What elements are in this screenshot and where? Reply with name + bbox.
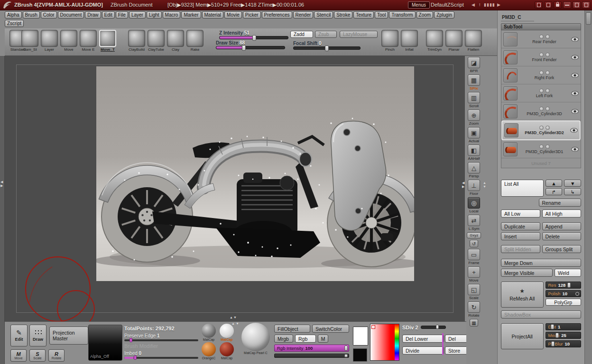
polypaint-circle-icon[interactable] <box>539 71 544 75</box>
brush-gam-st[interactable]: Gam_St <box>20 30 39 52</box>
polypaint-circle-icon[interactable] <box>546 35 550 39</box>
zadd-button[interactable]: Zadd <box>290 31 313 38</box>
rs-scroll[interactable]: ▥Scroll <box>468 92 480 108</box>
scrollbar-thumb[interactable] <box>586 12 591 25</box>
brush-claytube[interactable]: ClayTube <box>147 30 166 52</box>
store-clipped-button[interactable]: Store <box>445 346 466 355</box>
zscript-prev-icon[interactable]: ◀ <box>472 2 475 7</box>
brush-rake[interactable]: Rake <box>185 30 204 52</box>
polypaint-circle-icon[interactable] <box>539 35 544 39</box>
menu-brush[interactable]: Brush <box>23 11 40 18</box>
preserve-edge-slider[interactable]: Preserve Edge 1 <box>124 333 198 341</box>
rs-spix[interactable]: ▦SPix <box>468 74 480 91</box>
brush-trimdyn[interactable]: TrimDyn <box>425 30 444 52</box>
rs-floor[interactable]: ⊥Floor <box>468 180 480 196</box>
brush-flatten[interactable]: Flatten <box>464 30 483 52</box>
subtool-item-pm3d-cylinder3d[interactable]: PM3D_Cylinder3D <box>501 102 581 120</box>
menu-render[interactable]: Render <box>293 11 314 18</box>
right-shelf-divider-handle[interactable]: ◀▶ <box>462 181 464 188</box>
delete-button[interactable]: Delete <box>542 232 582 240</box>
rs-frame[interactable]: ▭Frame <box>468 249 480 265</box>
menu-draw[interactable]: Draw <box>85 11 101 18</box>
subtool-shift-down-button[interactable]: ↳ <box>564 188 581 195</box>
fill-object-button[interactable]: FillObject <box>274 325 310 333</box>
polish-slider[interactable]: Polish10 <box>546 290 582 297</box>
eye-icon[interactable] <box>571 91 579 96</box>
matcap-swatch-0[interactable]: MatCap <box>200 324 217 341</box>
menu-stroke[interactable]: Stroke <box>334 11 352 18</box>
rs-scale[interactable]: ◱Scale <box>468 284 480 300</box>
projection-master-button[interactable]: Projection Master <box>49 327 88 345</box>
weld-button[interactable]: Weld <box>555 269 581 277</box>
menu-zoom[interactable]: Zoom <box>416 11 434 18</box>
canvas-divider-handle[interactable]: ▲▼ <box>231 322 239 325</box>
subtool-up-button[interactable]: ▲ <box>546 180 563 187</box>
menu-picker[interactable]: Picker <box>243 11 261 18</box>
polypaint-circle-icon[interactable] <box>539 89 544 93</box>
menu-marker[interactable]: Marker <box>181 11 201 18</box>
mean-slider[interactable]: Mean25 <box>546 332 582 339</box>
eye-icon[interactable] <box>571 37 579 42</box>
subtool-down-button[interactable]: ▼ <box>564 180 581 187</box>
alpha-thumbnail[interactable]: Alpha_Off <box>88 325 122 361</box>
zscript-slider-icon[interactable]: ▮▮▮▮ <box>484 2 495 7</box>
del-clipped-button[interactable]: Del <box>445 335 466 343</box>
matcap-swatch-2[interactable]: OrangeC <box>200 342 217 360</box>
eye-icon[interactable] <box>571 109 579 114</box>
polypaint-circle-icon[interactable] <box>546 107 550 111</box>
minimize-icon[interactable] <box>563 1 571 9</box>
brush-move-e[interactable]: Move E <box>79 30 98 52</box>
polypaint-circle-icon[interactable] <box>546 89 550 93</box>
polypaint-circle-icon[interactable] <box>539 53 544 57</box>
menu-material[interactable]: Material <box>202 11 224 18</box>
polish-toggle-icon[interactable] <box>575 292 579 296</box>
zscript-next-icon[interactable]: ▶ <box>497 2 501 7</box>
brush-move-t[interactable]: Move_T <box>98 30 117 52</box>
close-left-tray-icon[interactable]: ▶ <box>0 184 3 187</box>
menu-texture[interactable]: Texture <box>353 11 374 18</box>
matcap-swatch-1[interactable]: MatCap <box>218 324 235 341</box>
eye-icon[interactable] <box>571 147 579 152</box>
main-color-swatch[interactable] <box>352 326 369 346</box>
rs-move[interactable]: +Move <box>468 266 480 282</box>
res-slider[interactable]: Res128 <box>546 282 582 289</box>
polygrp-button[interactable]: PolyGrp <box>546 299 582 306</box>
subtool-item-right-fork[interactable]: Right Fork <box>501 66 581 84</box>
brush-inflat[interactable]: Inflat <box>400 30 419 52</box>
rs-icon-11[interactable]: ↺ <box>470 240 478 247</box>
subtool-item-unused-7[interactable]: Unused 7 <box>501 158 581 168</box>
secondary-intensity-slider[interactable] <box>274 354 349 358</box>
color-picker[interactable] <box>370 324 399 361</box>
menu-file[interactable]: File <box>116 11 128 18</box>
menu-tool[interactable]: Tool <box>375 11 388 18</box>
menu-transform[interactable]: Transform <box>389 11 415 18</box>
pa-blur-slider[interactable]: PA Blur10 <box>546 340 582 347</box>
groups-split-button[interactable]: Groups Split <box>542 245 582 253</box>
subtool-shift-up-button[interactable]: ↱ <box>546 188 563 195</box>
all-low-button[interactable]: All Low <box>501 209 540 218</box>
projectall-button[interactable]: ProjectAll <box>501 323 544 349</box>
polypaint-circle-icon[interactable] <box>546 126 550 130</box>
rs-bpr[interactable]: ◪BPR <box>468 57 480 73</box>
all-high-button[interactable]: All High <box>542 209 582 218</box>
rename-button[interactable]: Rename <box>539 199 582 207</box>
lazymouse-button[interactable]: LazyMouse <box>340 31 378 38</box>
polypaint-circle-icon[interactable] <box>546 53 550 57</box>
current-material[interactable]: MatCap Pearl C <box>239 323 272 355</box>
brush-clay[interactable]: Clay <box>166 30 185 52</box>
move-button[interactable]: MMove <box>10 349 27 362</box>
append-button[interactable]: Append <box>542 222 582 230</box>
bottom-divider-handle[interactable]: ▲▼ <box>230 316 237 319</box>
menu-zscript[interactable]: Zscript <box>5 20 24 27</box>
polypaint-circle-icon[interactable] <box>546 145 550 149</box>
subtool-item-front-fender[interactable]: Front Fender <box>501 48 581 66</box>
subtool-item-pm3d-cylinder3d1[interactable]: PM3D_Cylinder3D1 <box>501 140 581 158</box>
insert-button[interactable]: Insert <box>501 232 540 240</box>
left-tray-divider[interactable]: ◀▶ <box>0 56 5 364</box>
menu-zplugin[interactable]: Zplugin <box>434 11 454 18</box>
rs-l-sym[interactable]: ⇄L.Sym <box>468 215 480 231</box>
motorcycle-reference-photo[interactable] <box>96 66 414 281</box>
maximize-icon[interactable] <box>573 1 581 9</box>
rgb-button[interactable]: Rgb <box>295 335 316 343</box>
menu-preferences[interactable]: Preferences <box>262 11 292 18</box>
